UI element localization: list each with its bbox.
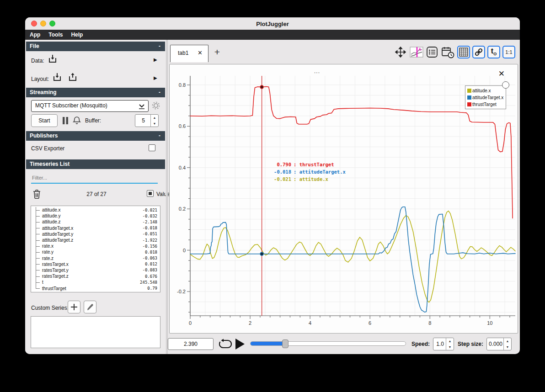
time-slider[interactable] [250, 341, 406, 346]
collapse-icon[interactable]: - [159, 88, 160, 97]
speed-value: 1.0 [434, 338, 446, 350]
timeseries-row-rate.x[interactable]: rate.x-0.156 [31, 243, 160, 249]
spin-down-icon[interactable]: ▼ [446, 344, 454, 350]
pause-icon[interactable] [61, 117, 69, 125]
current-time-input[interactable] [168, 338, 214, 350]
spin-arrows[interactable]: ▲▼ [503, 338, 511, 350]
legend-swatch [467, 95, 471, 100]
timeseries-row-attitudeTarget.z[interactable]: attitudeTarget.z-1.922 [31, 237, 160, 243]
time-origin-button[interactable]: tO [487, 46, 500, 58]
ratio-1-1-button[interactable]: 1:1 [502, 46, 515, 58]
grid-layout-button[interactable] [457, 46, 470, 58]
trash-icon[interactable] [32, 189, 41, 199]
timeseries-row-ratesTarget.z[interactable]: ratesTarget.z0.676 [31, 273, 160, 279]
notifications-bell-icon[interactable] [72, 116, 81, 125]
link-axes-button[interactable] [472, 46, 485, 58]
load-data-icon[interactable] [47, 53, 58, 64]
step-size-spinbox[interactable]: 0.000 ▲▼ [486, 338, 512, 350]
timeseries-row-attitudeTarget.y[interactable]: attitudeTarget.y-0.051 [31, 231, 160, 237]
spin-arrows[interactable]: ▲▼ [446, 338, 454, 350]
svg-text:A: A [418, 47, 422, 52]
loop-icon [219, 339, 232, 350]
publishers-section-header[interactable]: Publishers - [26, 131, 165, 141]
save-layout-icon[interactable] [67, 72, 78, 83]
menu-item-tools[interactable]: Tools [48, 32, 63, 38]
edit-custom-series-button[interactable] [84, 301, 96, 313]
timeseries-tree-box[interactable]: attitude.x-0.021attitude.y-0.032attitude… [31, 206, 160, 292]
legend-handle-icon[interactable] [502, 81, 509, 89]
timeseries-row-ratesTarget.x[interactable]: ratesTarget.x0.012 [31, 261, 160, 267]
series-value: -0.083 [142, 268, 157, 272]
menu-item-help[interactable]: Help [71, 32, 83, 38]
plot-close-icon[interactable]: ✕ [498, 69, 505, 79]
tab-tab1[interactable]: tab1 ✕ [170, 45, 208, 62]
move-tool-button[interactable] [394, 46, 407, 58]
svg-text:2: 2 [249, 320, 251, 326]
series-name: rate.z [42, 256, 142, 261]
speed-spinbox[interactable]: 1.0 ▲▼ [433, 338, 454, 350]
svg-text:8: 8 [428, 320, 431, 326]
timeseries-row-rate.z[interactable]: rate.z-0.063 [31, 255, 160, 261]
plot-widget[interactable]: ... ✕ 02468100.80.60.40.20-0.20.790: thr… [169, 64, 518, 334]
speed-label: Speed: [411, 341, 430, 347]
spin-down-icon[interactable]: ▼ [151, 121, 158, 127]
data-menu-arrow-icon[interactable]: ▶ [154, 57, 157, 62]
list-icon [426, 46, 438, 58]
tab-close-icon[interactable]: ✕ [198, 49, 203, 56]
timeseries-section-header[interactable]: Timeseries List [26, 159, 165, 169]
spin-up-icon[interactable]: ▲ [504, 338, 511, 344]
spin-down-icon[interactable]: ▼ [504, 344, 511, 350]
list-view-button[interactable] [426, 46, 438, 58]
buffer-spinbox[interactable]: 5 ▲▼ [135, 114, 159, 127]
legend-item[interactable]: attitude.x [467, 87, 504, 94]
series-value: 0.012 [145, 262, 157, 266]
curve-tracker-button[interactable]: A [409, 46, 423, 58]
collapse-icon[interactable]: - [159, 131, 160, 141]
streaming-section-header[interactable]: Streaming - [26, 88, 165, 97]
timeseries-row-attitudeTarget.x[interactable]: attitudeTarget.x-0.018 [31, 225, 160, 231]
slider-handle[interactable] [282, 339, 289, 348]
timeseries-row-rate.y[interactable]: rate.y0.018 [31, 249, 160, 255]
add-custom-series-button[interactable] [68, 301, 80, 313]
file-section-header[interactable]: File - [26, 42, 165, 51]
buffer-value: 5 [136, 115, 150, 127]
layout-menu-arrow-icon[interactable]: ▶ [154, 75, 157, 80]
collapse-icon[interactable]: - [159, 42, 160, 51]
series-value: 0.79 [147, 286, 157, 291]
series-value: -0.032 [142, 214, 157, 218]
play-button[interactable] [235, 339, 245, 350]
spin-up-icon[interactable]: ▲ [446, 338, 454, 344]
load-layout-icon[interactable] [52, 72, 63, 83]
timeseries-row-ratesTarget.y[interactable]: ratesTarget.y-0.083 [31, 267, 160, 273]
csv-exporter-checkbox[interactable] [149, 144, 155, 151]
series-value: -0.051 [142, 232, 157, 236]
spin-arrows[interactable]: ▲▼ [150, 115, 158, 127]
timeseries-row-attitude.z[interactable]: attitude.z-2.148 [31, 219, 160, 225]
start-streaming-button[interactable]: Start [31, 114, 58, 127]
custom-series-label: Custom Series: [31, 305, 69, 311]
menu-item-app[interactable]: App [30, 32, 40, 38]
plot-legend[interactable]: attitude.xattitudeTarget.xthrustTarget [465, 85, 506, 109]
timeseries-row-attitude.x[interactable]: attitude.x-0.021 [31, 207, 160, 213]
plot-title: ... [314, 68, 320, 74]
legend-item[interactable]: thrustTarget [467, 101, 504, 108]
datetime-button[interactable] [441, 46, 455, 58]
timeseries-row-t[interactable]: t245.548 [31, 279, 160, 285]
sidebar-splitter[interactable] [166, 40, 168, 354]
loop-playback-button[interactable] [219, 338, 232, 350]
timeseries-row-attitude.y[interactable]: attitude.y-0.032 [31, 213, 160, 219]
series-count: 27 of 27 [75, 191, 118, 197]
add-tab-button[interactable]: + [212, 47, 223, 58]
streaming-settings-gear-icon[interactable] [151, 101, 160, 110]
timeseries-row-thrustTarget[interactable]: thrustTarget0.79 [31, 285, 160, 291]
custom-series-list[interactable] [31, 316, 160, 348]
filter-input[interactable] [31, 173, 160, 183]
legend-item[interactable]: attitudeTarget.x [467, 94, 504, 101]
values-checkbox[interactable] [147, 190, 154, 197]
legend-label: attitudeTarget.x [472, 95, 503, 100]
streaming-source-select[interactable]: MQTT Subscriber (Mosquitto) [31, 100, 149, 112]
move-arrows-icon [395, 47, 406, 58]
spin-up-icon[interactable]: ▲ [151, 115, 158, 121]
publishers-section-title: Publishers [30, 132, 58, 139]
cursor-marker [260, 252, 263, 255]
